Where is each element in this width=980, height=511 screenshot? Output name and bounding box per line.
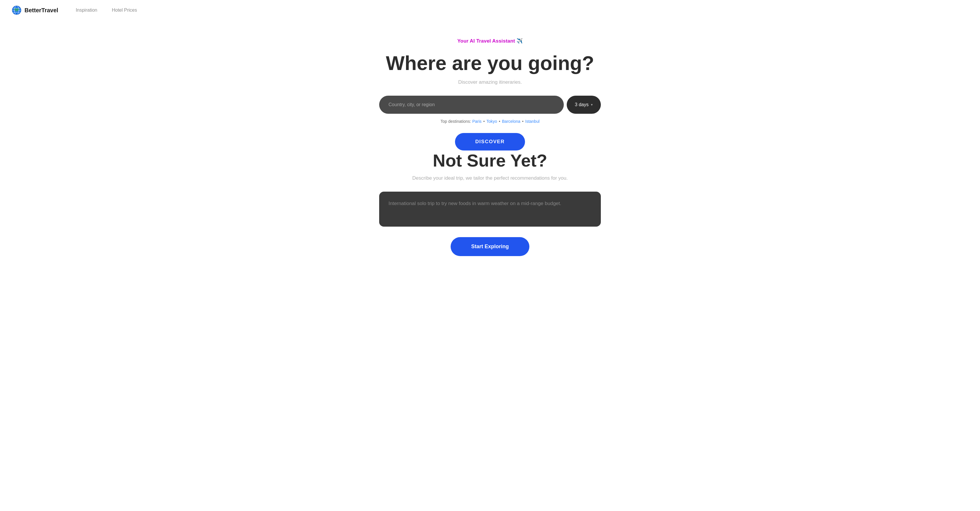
nav-hotel-prices[interactable]: Hotel Prices (112, 8, 137, 13)
main-content: Your AI Travel Assistant ✈️ Where are yo… (0, 21, 980, 279)
globe-icon (12, 5, 22, 15)
start-exploring-button[interactable]: Start Exploring (450, 237, 529, 256)
nav-links: Inspiration Hotel Prices (76, 8, 137, 13)
discover-button[interactable]: DISCOVER (455, 133, 525, 151)
search-row: 3 days ▾ (379, 96, 601, 114)
destination-input[interactable] (379, 96, 564, 114)
logo-link[interactable]: BetterTravel (12, 5, 58, 15)
chevron-down-icon: ▾ (591, 103, 593, 107)
days-label: 3 days (575, 102, 589, 107)
not-sure-title: Not Sure Yet? (433, 151, 547, 170)
hero-section: Your AI Travel Assistant ✈️ Where are yo… (379, 38, 601, 151)
not-sure-subtitle: Describe your ideal trip, we tailor the … (412, 175, 568, 181)
top-destinations-label: Top destinations: (441, 119, 471, 124)
top-destinations: Top destinations: Paris • Tokyo • Barcel… (441, 119, 539, 124)
trip-description-textarea[interactable] (379, 192, 601, 227)
days-selector[interactable]: 3 days ▾ (567, 96, 601, 114)
brand-name: BetterTravel (24, 7, 58, 14)
destination-tokyo[interactable]: Tokyo (487, 119, 497, 124)
destination-barcelona[interactable]: Barcelona (502, 119, 520, 124)
nav-inspiration[interactable]: Inspiration (76, 8, 97, 13)
destination-paris[interactable]: Paris (472, 119, 482, 124)
destination-istanbul[interactable]: Istanbul (525, 119, 539, 124)
not-sure-section: Not Sure Yet? Describe your ideal trip, … (379, 151, 601, 256)
ai-badge: Your AI Travel Assistant ✈️ (457, 38, 523, 44)
hero-subtitle: Discover amazing itineraries. (458, 80, 522, 85)
hero-title: Where are you going? (386, 52, 594, 74)
navbar: BetterTravel Inspiration Hotel Prices (0, 0, 980, 21)
